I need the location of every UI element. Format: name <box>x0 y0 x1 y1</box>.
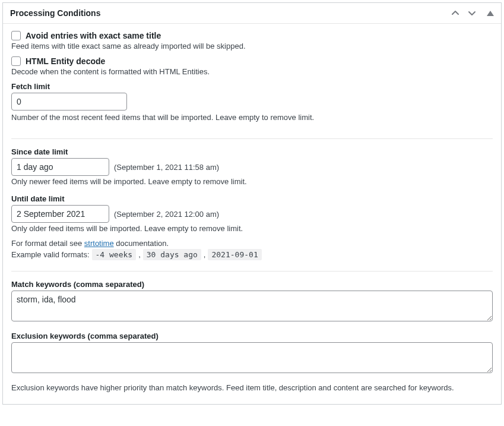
keywords-section: Match keywords (comma separated) Exclusi… <box>11 280 493 395</box>
avoid-same-title-checkbox[interactable] <box>11 31 21 40</box>
example-chip: 30 days ago <box>143 249 201 260</box>
processing-conditions-panel: Processing Conditions Avoid entries with… <box>2 2 502 405</box>
format-note: For format detail see strtotime document… <box>11 239 493 248</box>
avoid-same-title-desc: Feed items with title exact same as alre… <box>11 42 493 51</box>
since-date-label: Since date limit <box>11 147 493 156</box>
since-date-desc: Only newer feed items will be imported. … <box>11 177 493 186</box>
collapse-toggle-icon[interactable] <box>487 11 494 16</box>
example-chip: 2021-09-01 <box>208 249 261 260</box>
exclusion-keywords-label: Exclusion keywords (comma separated) <box>11 332 493 340</box>
since-date-input[interactable] <box>11 158 109 176</box>
examples-label: Example valid formats: <box>11 250 90 259</box>
until-date-input[interactable] <box>11 205 109 223</box>
sep: , <box>138 250 141 259</box>
avoid-same-title-section: Avoid entries with exact same title Feed… <box>11 31 493 135</box>
keywords-footer-note: Exclusion keywords have higher priority … <box>11 383 493 392</box>
move-up-icon[interactable] <box>450 8 461 18</box>
format-prefix: For format detail see <box>11 239 84 248</box>
divider <box>11 138 493 139</box>
move-down-icon[interactable] <box>467 8 477 18</box>
format-suffix: documentation. <box>114 239 169 248</box>
until-date-resolved: (September 2, 2021 12:00 am) <box>114 210 219 219</box>
format-examples: Example valid formats: -4 weeks , 30 day… <box>11 249 493 260</box>
date-limits-section: Since date limit (September 1, 2021 11:5… <box>11 147 493 267</box>
match-keywords-label: Match keywords (comma separated) <box>11 280 493 289</box>
entity-decode-checkbox[interactable] <box>11 56 21 66</box>
entity-decode-label: HTML Entity decode <box>26 56 105 66</box>
panel-body: Avoid entries with exact same title Feed… <box>3 24 501 404</box>
fetch-limit-input[interactable] <box>11 93 127 111</box>
fetch-limit-desc: Number of the most recent feed items tha… <box>11 113 493 122</box>
fetch-limit-label: Fetch limit <box>11 82 493 91</box>
until-date-label: Until date limit <box>11 194 493 203</box>
match-keywords-input[interactable] <box>11 291 493 321</box>
until-date-desc: Only older feed items will be imported. … <box>11 224 493 233</box>
strtotime-link[interactable]: strtotime <box>84 239 114 248</box>
exclusion-keywords-input[interactable] <box>11 342 493 373</box>
since-date-resolved: (September 1, 2021 11:58 am) <box>114 163 219 172</box>
sep: , <box>204 250 206 259</box>
avoid-same-title-label: Avoid entries with exact same title <box>26 31 161 40</box>
divider <box>11 271 493 272</box>
panel-title: Processing Conditions <box>10 8 450 18</box>
entity-decode-desc: Decode when the content is formatted wit… <box>11 67 493 76</box>
example-chip: -4 weeks <box>92 249 137 260</box>
panel-header: Processing Conditions <box>3 3 501 24</box>
